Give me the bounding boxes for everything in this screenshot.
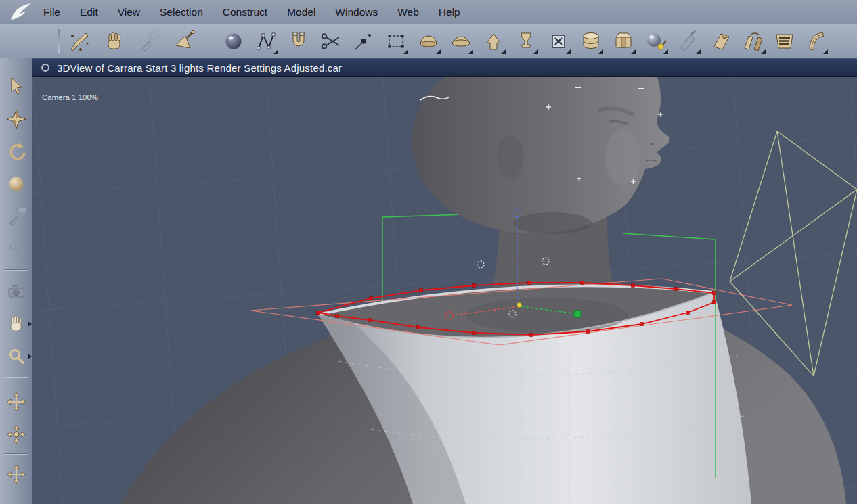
axis-cross-icon — [6, 464, 26, 484]
hemisphere-tool-button[interactable] — [416, 27, 441, 55]
wrench-tool-button[interactable] — [137, 27, 162, 55]
pan-hand-tool[interactable] — [0, 309, 32, 339]
wrench-gray-icon — [6, 206, 26, 227]
scale-cross-icon — [6, 424, 26, 444]
stack-tool-button[interactable] — [578, 27, 604, 55]
left-tool-sidebar — [0, 58, 32, 504]
sidebar-divider — [4, 453, 28, 454]
wrench-disabled-tool — [0, 202, 32, 231]
trackball-icon — [6, 174, 26, 194]
pivot-point[interactable] — [517, 303, 522, 308]
disc-tool-button[interactable] — [448, 27, 474, 55]
camera-label: Camera 1 100% — [42, 93, 98, 101]
axis-handle-green[interactable] — [574, 311, 581, 317]
flyout-arrow-icon — [436, 49, 441, 54]
pan-hand-icon — [6, 314, 26, 334]
hand-tool-button[interactable] — [102, 27, 127, 55]
toolbar-group-model — [221, 27, 701, 55]
toolbar-separator — [58, 29, 60, 53]
polyline-tool-button[interactable] — [253, 27, 279, 55]
carrara-window: File Edit View Selection Construct Model… — [0, 0, 857, 504]
ear-shadow — [497, 135, 524, 179]
link-gray-icon — [6, 239, 26, 259]
menu-bar: File Edit View Selection Construct Model… — [0, 0, 857, 24]
trackball-tool[interactable] — [0, 169, 32, 199]
knife-tool-button[interactable] — [676, 27, 701, 55]
mirror-tool-button[interactable] — [741, 27, 766, 55]
flyout-arrow-icon — [273, 49, 278, 54]
extrude-tool-button[interactable] — [481, 27, 506, 55]
toolbar-group-edit — [66, 27, 198, 55]
carrara-logo-icon[interactable] — [9, 2, 32, 22]
viewport-title: 3DView of Carrara Start 3 lights Render … — [57, 62, 342, 74]
flyout-arrow-icon — [823, 49, 828, 54]
toolbar-group-3d — [709, 27, 829, 55]
align-bars-icon — [773, 30, 796, 53]
sidebar-divider — [4, 269, 28, 270]
package-tool-button[interactable] — [611, 27, 636, 55]
flyout-arrow-icon — [501, 49, 506, 54]
link-disabled-tool — [0, 234, 32, 264]
sphere-icon — [222, 30, 245, 53]
magnet-tool-button[interactable] — [286, 27, 311, 55]
add-point-icon — [352, 30, 375, 53]
flyout-arrow-icon — [28, 321, 32, 327]
lathe-tool-button[interactable] — [513, 27, 539, 55]
menu-windows[interactable]: Windows — [335, 6, 378, 18]
flyout-arrow-icon — [28, 354, 32, 359]
flyout-arrow-icon — [663, 49, 668, 54]
select-arrow-tool[interactable] — [0, 72, 32, 101]
move-gizmo-tool[interactable] — [0, 104, 32, 134]
translate-cross-tool[interactable] — [0, 387, 32, 417]
translate-cross-icon — [6, 392, 26, 412]
wrench-icon — [138, 30, 161, 53]
magnifier-icon — [6, 346, 26, 367]
brush-tool-button[interactable] — [66, 27, 92, 55]
flyout-arrow-icon — [533, 49, 538, 54]
page-flip-tool-button[interactable] — [709, 27, 735, 55]
trowel-icon — [173, 30, 196, 53]
page-flip-icon — [711, 30, 734, 53]
scene-canvas[interactable] — [32, 77, 857, 504]
scissors-tool-button[interactable] — [318, 27, 344, 55]
flyout-arrow-icon — [403, 49, 408, 54]
viewport-collapse-icon[interactable] — [41, 64, 49, 72]
menu-construct[interactable]: Construct — [223, 6, 267, 18]
menu-edit[interactable]: Edit — [80, 6, 98, 18]
move-gizmo-icon — [6, 109, 26, 129]
axis-translate-tool[interactable] — [0, 459, 32, 489]
sphere-tool-button[interactable] — [221, 27, 246, 55]
zoom-magnifier-tool[interactable] — [0, 342, 32, 371]
rotate-icon — [6, 141, 26, 162]
rotate-tool[interactable] — [0, 137, 32, 166]
flyout-arrow-icon — [696, 49, 701, 54]
scale-cross-tool[interactable] — [0, 419, 32, 449]
flyout-arrow-icon — [598, 49, 603, 54]
shader-sphere-tool-button[interactable] — [643, 27, 669, 55]
viewport-3d[interactable]: Camera 1 100% — [32, 77, 857, 504]
sidebar-divider — [4, 377, 28, 377]
viewport-titlebar[interactable]: 3DView of Carrara Start 3 lights Render … — [32, 58, 857, 77]
flyout-arrow-icon — [761, 49, 766, 54]
brush-icon — [68, 30, 91, 53]
delete-box-tool-button[interactable] — [546, 27, 571, 55]
menu-view[interactable]: View — [118, 6, 140, 18]
marquee-tool-button[interactable] — [383, 27, 409, 55]
flyout-arrow-icon — [566, 49, 571, 54]
menu-help[interactable]: Help — [439, 6, 460, 18]
menu-file[interactable]: File — [43, 6, 60, 18]
align-bars-tool-button[interactable] — [772, 27, 797, 55]
menu-model[interactable]: Model — [287, 6, 315, 18]
menu-web[interactable]: Web — [397, 6, 419, 18]
flyout-arrow-icon — [468, 49, 473, 54]
flyout-arrow-icon — [631, 49, 636, 54]
select-arrow-icon — [6, 76, 26, 97]
menu-selection[interactable]: Selection — [160, 6, 203, 18]
trowel-tool-button[interactable] — [172, 27, 198, 55]
main-toolbar — [0, 24, 857, 58]
sweep-tool-button[interactable] — [803, 27, 829, 55]
add-point-tool-button[interactable] — [351, 27, 376, 55]
magnet-icon — [287, 30, 310, 53]
camera-disabled-tool — [0, 277, 32, 306]
camera-gray-icon — [6, 281, 26, 302]
